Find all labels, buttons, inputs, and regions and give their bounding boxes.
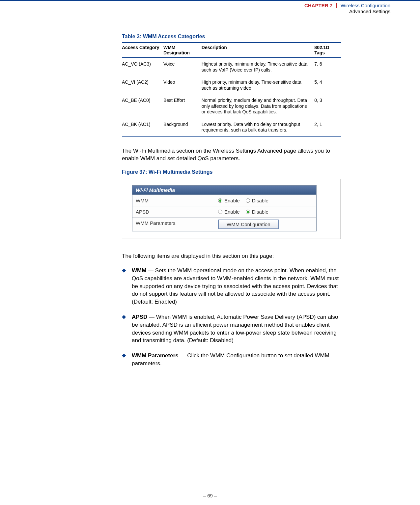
- items-intro: The following items are displayed in thi…: [122, 252, 341, 260]
- header-rule: [23, 17, 390, 17]
- table-row: AC_BK (AC1) Background Lowest priority. …: [122, 118, 341, 137]
- item-term: WMM Parameters: [132, 352, 179, 359]
- cell-access-category: AC_BE (AC0): [122, 94, 163, 118]
- cell-description: Normal priority, medium delay and throug…: [202, 94, 315, 118]
- table-header-row: Access Category WMM Designation Descript…: [122, 43, 341, 58]
- th-description: Description: [202, 43, 315, 58]
- diamond-bullet-icon: ◆: [122, 352, 132, 368]
- header-divider: |: [334, 3, 339, 8]
- figure-box: Wi-Fi Multimedia WMM Enable Disable APSD: [122, 179, 341, 239]
- wmm-row: WMM Enable Disable: [132, 195, 316, 206]
- items-list: ◆ WMM — Sets the WMM operational mode on…: [122, 267, 341, 368]
- wmm-disable-radio[interactable]: [246, 198, 250, 203]
- table-row: AC_VI (AC2) Video High priority, minimum…: [122, 76, 341, 94]
- cell-description: High priority, minimum delay. Time-sensi…: [202, 76, 315, 94]
- list-item: ◆ WMM Parameters — Click the WMM Configu…: [122, 352, 341, 368]
- wmm-params-row: WMM Parameters WMM Configuration: [132, 217, 316, 231]
- cell-tags: 2, 1: [314, 118, 341, 137]
- figure-title: Figure 37: Wi-Fi Multimedia Settings: [122, 169, 341, 175]
- cell-access-category: AC_VI (AC2): [122, 76, 163, 94]
- cell-wmm-designation: Video: [163, 76, 202, 94]
- page-header: CHAPTER 7 | Wireless Configuration Advan…: [0, 0, 420, 17]
- cell-tags: 0, 3: [314, 94, 341, 118]
- th-access-category: Access Category: [122, 43, 163, 58]
- table-row: AC_VO (AC3) Voice Highest priority, mini…: [122, 58, 341, 76]
- cell-description: Lowest priority. Data with no delay or t…: [202, 118, 315, 137]
- wmm-configuration-button[interactable]: WMM Configuration: [218, 220, 279, 229]
- panel-header: Wi-Fi Multimedia: [132, 186, 316, 195]
- chapter-label: CHAPTER 7: [304, 3, 332, 8]
- cell-access-category: AC_BK (AC1): [122, 118, 163, 137]
- apsd-enable-radio[interactable]: [218, 210, 222, 214]
- cell-tags: 7, 6: [314, 58, 341, 76]
- cell-wmm-designation: Best Effort: [163, 94, 202, 118]
- diamond-bullet-icon: ◆: [122, 267, 132, 306]
- cell-tags: 5, 4: [314, 76, 341, 94]
- intro-paragraph: The Wi-Fi Multimedia section on the Wire…: [122, 147, 341, 163]
- apsd-enable-text: Enable: [224, 209, 240, 215]
- th-wmm-designation: WMM Designation: [163, 43, 202, 58]
- item-term: APSD: [132, 314, 147, 320]
- list-item: ◆ APSD — When WMM is enabled, Automatic …: [122, 313, 341, 344]
- chapter-subtitle: Advanced Settings: [0, 9, 390, 14]
- item-text: — When WMM is enabled, Automatic Power S…: [132, 314, 338, 343]
- wifi-multimedia-panel: Wi-Fi Multimedia WMM Enable Disable APSD: [132, 185, 317, 231]
- cell-access-category: AC_VO (AC3): [122, 58, 163, 76]
- apsd-row: APSD Enable Disable: [132, 206, 316, 217]
- diamond-bullet-icon: ◆: [122, 313, 132, 344]
- wmm-enable-text: Enable: [224, 198, 240, 203]
- item-text: — Sets the WMM operational mode on the a…: [132, 267, 339, 305]
- apsd-disable-radio[interactable]: [246, 210, 250, 214]
- cell-wmm-designation: Background: [163, 118, 202, 137]
- list-item: ◆ WMM — Sets the WMM operational mode on…: [122, 267, 341, 306]
- wmm-access-categories-table: Access Category WMM Designation Descript…: [122, 42, 341, 137]
- wmm-label: WMM: [132, 195, 215, 206]
- chapter-title: Wireless Configuration: [341, 3, 390, 8]
- wmm-disable-text: Disable: [252, 198, 268, 203]
- th-8021d-tags: 802.1D Tags: [314, 43, 341, 58]
- wmm-enable-radio[interactable]: [218, 198, 222, 203]
- item-term: WMM: [132, 267, 146, 274]
- cell-wmm-designation: Voice: [163, 58, 202, 76]
- apsd-disable-text: Disable: [252, 209, 268, 215]
- table-row: AC_BE (AC0) Best Effort Normal priority,…: [122, 94, 341, 118]
- cell-description: Highest priority, minimum delay. Time-se…: [202, 58, 315, 76]
- apsd-label: APSD: [132, 206, 215, 217]
- wmm-params-label: WMM Parameters: [132, 218, 215, 231]
- table-title: Table 3: WMM Access Categories: [122, 34, 341, 40]
- page-footer: – 69 –: [0, 493, 420, 498]
